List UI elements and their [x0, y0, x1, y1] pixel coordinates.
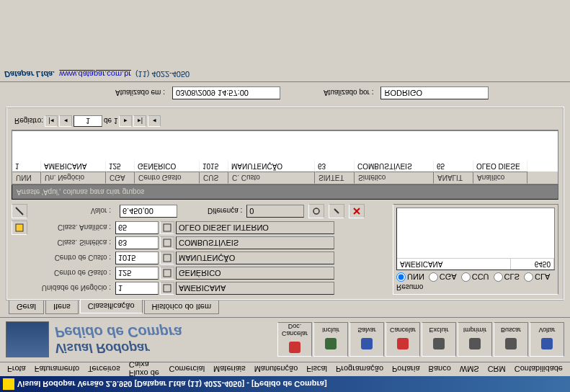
- grid-col-un-negócio[interactable]: Un. Negócio: [41, 172, 106, 184]
- tab-geral[interactable]: Geral: [9, 300, 44, 314]
- grid-group-bar[interactable]: Arraste 'Aqui', colunas para criar grupo…: [12, 184, 558, 200]
- grid-col-cus[interactable]: CUS: [200, 172, 228, 184]
- brand-title: Visual Rodopar: [55, 341, 277, 356]
- resumo-radio-cla[interactable]: CLA: [524, 272, 550, 282]
- status-phone: (11) 4022-4050: [135, 71, 190, 79]
- tab-strip: GeralItensClassificaçãoHistórico do Item: [0, 300, 570, 317]
- centro-custo-code[interactable]: [115, 251, 159, 264]
- menu-terceiros[interactable]: Terceiros: [84, 364, 125, 375]
- nav-first-icon[interactable]: |◂: [45, 115, 58, 127]
- refresh-icon[interactable]: [308, 204, 324, 218]
- centro-custo-lookup[interactable]: [160, 251, 174, 264]
- nav-extra-icon[interactable]: ◂: [148, 115, 161, 127]
- grid-row[interactable]: 1AMERICANA125GENÉRICO1015MANUTENÇÃO63COM…: [12, 161, 558, 172]
- trash-icon: [430, 336, 447, 353]
- diferenca-input: [246, 205, 304, 218]
- class-analitica-lookup[interactable]: [160, 221, 174, 234]
- salvar-button[interactable]: Salvar: [349, 323, 384, 357]
- side-tool-2-icon[interactable]: [12, 204, 27, 218]
- class-analitica-code[interactable]: [115, 221, 159, 234]
- grid-col-sintet[interactable]: SINTET: [315, 172, 355, 184]
- side-tool-1-icon[interactable]: [12, 220, 27, 235]
- menu-wms[interactable]: WMS: [455, 364, 484, 375]
- resumo-row[interactable]: AMERICANA6450: [397, 258, 554, 270]
- menu-contabilidade[interactable]: Contabilidade: [510, 364, 567, 375]
- menu-manutenção[interactable]: Manutenção: [250, 364, 303, 375]
- app-icon: [3, 378, 14, 390]
- nav-last-icon[interactable]: ▸|: [133, 115, 146, 127]
- menu-crm[interactable]: CRM: [484, 364, 510, 375]
- unidade-negocio-lookup[interactable]: [160, 282, 174, 295]
- stop-icon: [286, 339, 303, 357]
- resumo-radio-unn[interactable]: UNN: [396, 272, 424, 282]
- svg-rect-1: [325, 339, 337, 350]
- resumo-radio-ccu[interactable]: CCU: [461, 272, 489, 282]
- toolbar: Cancelar Doc.IncluirSalvarCancelarExclui…: [277, 323, 564, 357]
- tab-itens[interactable]: Itens: [45, 300, 79, 314]
- svg-rect-12: [164, 239, 171, 246]
- header: Visual Rodopar Pedido de Compra Cancelar…: [0, 317, 570, 362]
- tab-histórico-do-item[interactable]: Histórico do Item: [144, 300, 220, 314]
- grid-col-centro-gasto[interactable]: Centro Gasto: [135, 172, 200, 184]
- grid-col-unn[interactable]: UNN: [12, 172, 41, 184]
- imprimir-button[interactable]: Imprimir: [458, 323, 492, 357]
- svg-rect-9: [164, 285, 171, 292]
- svg-rect-2: [361, 339, 373, 350]
- statusbar: Datapar Ltda. www.datapar.com.br (11) 40…: [0, 68, 570, 82]
- classification-grid[interactable]: UNNUn. NegócioCGACentro GastoCUSC. Custo…: [12, 130, 558, 184]
- menu-fiscal[interactable]: Fiscal: [302, 364, 331, 375]
- grid-col-sintético[interactable]: Sintético: [355, 172, 434, 184]
- menu-banco[interactable]: Banco: [424, 364, 455, 375]
- svg-rect-0: [289, 342, 300, 354]
- menu-frota[interactable]: Frota: [3, 364, 30, 375]
- class-sintetica-label: Class. Sintética :: [36, 239, 115, 247]
- nav-prev-icon[interactable]: ◂: [59, 115, 72, 127]
- module-title: Pedido de Compra: [55, 324, 277, 341]
- cancelar-button[interactable]: Cancelar: [386, 323, 420, 357]
- resumo-radio-cga[interactable]: CGA: [429, 272, 457, 282]
- svg-rect-4: [433, 339, 445, 350]
- unidade-negocio-label: Unidade de Negócio :: [36, 285, 115, 293]
- status-url[interactable]: www.datapar.com.br: [59, 71, 131, 79]
- menu-programação[interactable]: Programação: [331, 364, 388, 375]
- class-sintetica-code[interactable]: [115, 236, 159, 249]
- grid-col-analit[interactable]: ANALIT: [434, 172, 473, 184]
- svg-rect-13: [164, 224, 171, 231]
- cancelar-doc--button[interactable]: Cancelar Doc.: [277, 323, 312, 357]
- incluir-button[interactable]: Incluir: [313, 323, 348, 357]
- grid-col-cga[interactable]: CGA: [106, 172, 135, 184]
- printer-icon: [466, 336, 484, 353]
- grid-col-c-custo[interactable]: C. Custo: [228, 172, 315, 184]
- updated-by-value: [380, 86, 489, 99]
- tool-icon[interactable]: [329, 204, 344, 218]
- tab-classificação[interactable]: Classificação: [80, 300, 143, 313]
- menu-materiais[interactable]: Materiais: [209, 364, 250, 375]
- menu-comercial[interactable]: Comercial: [165, 364, 210, 375]
- centro-gasto-desc: [176, 267, 334, 280]
- valor-input[interactable]: [120, 205, 177, 218]
- centro-gasto-code[interactable]: [115, 267, 159, 280]
- buscar-button[interactable]: Buscar: [494, 323, 528, 357]
- svg-rect-11: [164, 254, 171, 262]
- voltar-button[interactable]: Voltar: [530, 323, 564, 357]
- nav-next-icon[interactable]: ▸: [119, 115, 132, 127]
- grid-col-analítico[interactable]: Analítico: [473, 172, 527, 184]
- menu-portaria[interactable]: Portaria: [388, 364, 424, 375]
- menu-faturamento[interactable]: Faturamento: [30, 364, 84, 375]
- resumo-radio-cls[interactable]: CLS: [494, 272, 520, 282]
- truck-logo-icon: [6, 322, 49, 358]
- window-title: Visual Rodopar Versão 2.9.950 [Datapar L…: [17, 380, 567, 388]
- class-sintetica-lookup[interactable]: [160, 236, 174, 249]
- centro-gasto-lookup[interactable]: [160, 267, 174, 280]
- nav-current[interactable]: [74, 115, 102, 127]
- search-icon: [502, 336, 520, 353]
- svg-rect-8: [16, 224, 23, 231]
- menu-fluxo-de-caixa[interactable]: Fluxo de Caixa: [125, 360, 165, 380]
- nav-of-label: de 1: [104, 117, 117, 125]
- resumo-grid[interactable]: AMERICANA6450: [396, 208, 555, 270]
- unidade-negocio-code[interactable]: [115, 282, 159, 295]
- delete-icon[interactable]: [349, 204, 365, 218]
- updated-by-label: Atualizado por :: [324, 89, 374, 97]
- excluir-button[interactable]: Excluir: [422, 323, 456, 357]
- resumo-panel: Resumo UNN CGA CCU CLS CLA AMERICANA6450: [393, 204, 558, 295]
